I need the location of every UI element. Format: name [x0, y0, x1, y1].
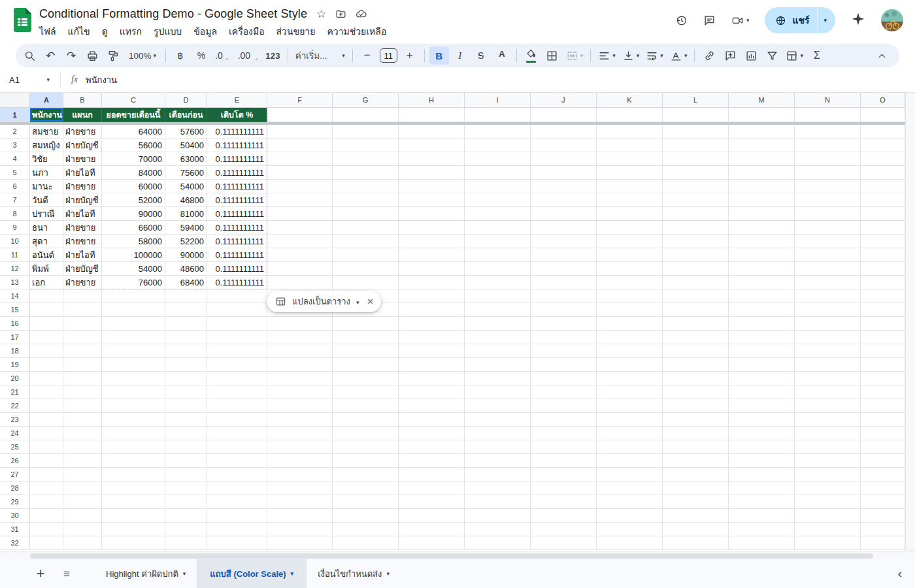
column-header-D[interactable]: D: [165, 93, 207, 108]
cell[interactable]: [531, 317, 597, 331]
cell[interactable]: [267, 317, 333, 331]
cell[interactable]: [30, 317, 63, 331]
cell[interactable]: 60000: [102, 180, 165, 193]
cell[interactable]: [30, 482, 63, 495]
cell[interactable]: [465, 509, 531, 523]
font-size-input[interactable]: 11: [380, 48, 397, 63]
cell[interactable]: [267, 413, 333, 427]
cell[interactable]: ฝ่ายขาย: [63, 221, 102, 235]
cell[interactable]: [399, 125, 465, 139]
cell[interactable]: [63, 509, 102, 523]
cell[interactable]: [795, 440, 861, 454]
cell[interactable]: [531, 454, 597, 468]
cell[interactable]: [465, 495, 531, 509]
cell[interactable]: [663, 125, 729, 139]
cell[interactable]: [267, 344, 333, 358]
cell[interactable]: [729, 248, 795, 262]
cell[interactable]: [663, 454, 729, 468]
row-header-4[interactable]: 4: [0, 152, 30, 166]
cell[interactable]: [861, 180, 905, 193]
text-rotation-icon[interactable]: ▾: [667, 46, 690, 65]
cell[interactable]: [861, 108, 905, 122]
cell[interactable]: [795, 495, 861, 509]
cell[interactable]: [795, 193, 861, 207]
cell[interactable]: [531, 358, 597, 372]
cell[interactable]: 0.1111111111: [207, 125, 267, 139]
column-header-H[interactable]: H: [399, 93, 465, 108]
cell[interactable]: [333, 331, 399, 344]
cell[interactable]: [267, 108, 333, 122]
cell[interactable]: [531, 221, 597, 235]
cell[interactable]: [663, 166, 729, 180]
column-header-N[interactable]: N: [795, 93, 861, 108]
cell[interactable]: [465, 193, 531, 207]
cell[interactable]: [267, 221, 333, 235]
cell[interactable]: ธนา: [30, 221, 63, 235]
cell[interactable]: [729, 180, 795, 193]
cell[interactable]: 70000: [102, 152, 165, 166]
cell[interactable]: เอก: [30, 276, 63, 289]
horizontal-scrollbar[interactable]: [0, 551, 915, 559]
cell[interactable]: อนันต์: [30, 248, 63, 262]
row-header-18[interactable]: 18: [0, 344, 30, 358]
cell[interactable]: [333, 509, 399, 523]
header-cell[interactable]: เดือนก่อน: [165, 108, 207, 122]
cell[interactable]: [333, 262, 399, 276]
cell[interactable]: 0.1111111111: [207, 139, 267, 152]
cell[interactable]: [333, 495, 399, 509]
column-header-E[interactable]: E: [207, 93, 267, 108]
cell[interactable]: ฝ่ายขาย: [63, 276, 102, 289]
cell[interactable]: [729, 509, 795, 523]
share-caret-icon[interactable]: ▾: [817, 7, 835, 33]
header-cell[interactable]: พนักงาน: [30, 108, 63, 122]
cell[interactable]: [729, 207, 795, 221]
cell[interactable]: [102, 440, 165, 454]
borders-icon[interactable]: [542, 46, 562, 65]
cell[interactable]: [597, 139, 663, 152]
cell[interactable]: [399, 207, 465, 221]
cell[interactable]: [102, 523, 165, 536]
cell[interactable]: [729, 495, 795, 509]
header-cell[interactable]: ยอดขายเดือนนี้: [102, 108, 165, 122]
cell[interactable]: วิชัย: [30, 152, 63, 166]
cell[interactable]: [531, 139, 597, 152]
cell[interactable]: [729, 125, 795, 139]
cell[interactable]: [267, 207, 333, 221]
cell[interactable]: 0.1111111111: [207, 262, 267, 276]
cell[interactable]: [795, 303, 861, 317]
cell[interactable]: [465, 289, 531, 303]
cell[interactable]: ฝ่ายขาย: [63, 152, 102, 166]
cell[interactable]: [165, 331, 207, 344]
cell[interactable]: [531, 523, 597, 536]
cell[interactable]: [102, 372, 165, 385]
cell[interactable]: 57600: [165, 125, 207, 139]
cell[interactable]: 64000: [102, 125, 165, 139]
cell[interactable]: [795, 317, 861, 331]
cell[interactable]: 52000: [102, 193, 165, 207]
cell[interactable]: [729, 413, 795, 427]
cell[interactable]: [267, 358, 333, 372]
cell[interactable]: [63, 495, 102, 509]
cell[interactable]: [597, 523, 663, 536]
cell[interactable]: [597, 276, 663, 289]
cell[interactable]: [465, 413, 531, 427]
cell[interactable]: [267, 399, 333, 413]
cell[interactable]: [861, 289, 905, 303]
cell[interactable]: [465, 358, 531, 372]
row-header-19[interactable]: 19: [0, 358, 30, 372]
cell[interactable]: [465, 399, 531, 413]
cell[interactable]: [267, 509, 333, 523]
row-header-11[interactable]: 11: [0, 248, 30, 262]
cell[interactable]: สมชาย: [30, 125, 63, 139]
cell[interactable]: [465, 152, 531, 166]
cell[interactable]: [729, 331, 795, 344]
cell[interactable]: 68400: [165, 276, 207, 289]
row-header-6[interactable]: 6: [0, 180, 30, 193]
scroll-tabs-left-icon[interactable]: ‹: [898, 566, 902, 581]
cell[interactable]: [795, 152, 861, 166]
cell[interactable]: [399, 427, 465, 440]
cell[interactable]: [102, 482, 165, 495]
cell[interactable]: [861, 262, 905, 276]
cell[interactable]: 0.1111111111: [207, 152, 267, 166]
cell[interactable]: [465, 344, 531, 358]
